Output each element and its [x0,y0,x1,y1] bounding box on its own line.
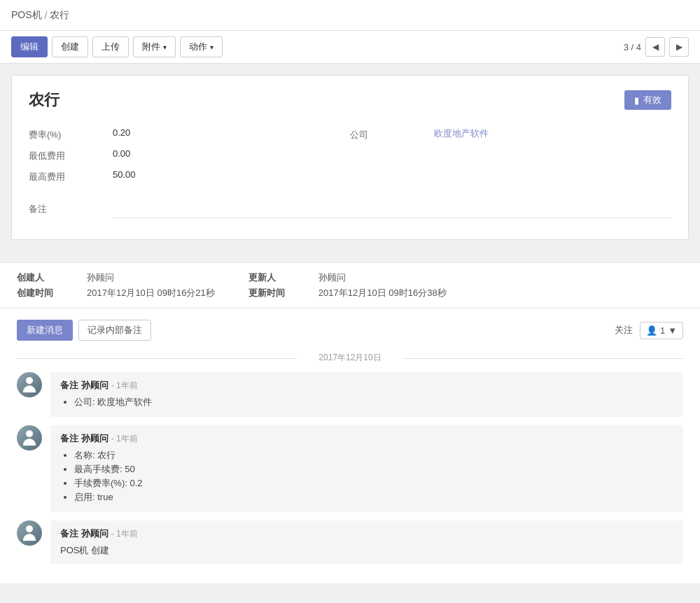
action-arrow: ▾ [210,43,214,51]
record-header: 农行 ▮ 有效 [29,90,671,111]
pagination-text: 3 / 4 [624,42,641,52]
upload-button[interactable]: 上传 [92,36,129,57]
message-item: 备注 孙顾问- 1年前POS机 创建 [17,520,683,564]
field-company: 公司 欧度地产软件 [350,127,671,141]
breadcrumb-parent[interactable]: POS机 [11,9,42,22]
notes-row: 备注 [29,201,671,218]
message-body: 名称: 农行最高手续费: 50手续费率(%): 0.2启用: true [60,449,673,504]
toolbar: 编辑 创建 上传 附件 ▾ 动作 ▾ 3 / 4 ◀ ▶ [0,31,700,64]
message-bubble: 备注 孙顾问- 1年前POS机 创建 [50,520,683,564]
list-item: 启用: true [74,491,673,504]
updated-time-value: 2017年12月10日 09时16分38秒 [318,287,447,299]
notes-label: 备注 [29,201,113,215]
message-body: POS机 创建 [60,544,673,557]
message-bubble: 备注 孙顾问- 1年前公司: 欧度地产软件 [50,372,683,417]
message-author: 备注 孙顾问 [60,433,108,444]
avatar [17,372,42,397]
max-fee-value: 50.00 [113,169,136,180]
chatter-toolbar: 新建消息 记录内部备注 关注 👤 1 ▼ [17,320,683,341]
date-separator-text: 2017年12月10日 [318,353,381,362]
internal-note-button[interactable]: 记录内部备注 [78,320,151,341]
breadcrumb-bar: POS机 / 农行 [0,0,700,31]
max-fee-label: 最高费用 [29,169,113,183]
attachment-dropdown[interactable]: 附件 ▾ [133,36,176,57]
pagination-next[interactable]: ▶ [669,37,689,57]
company-value[interactable]: 欧度地产软件 [434,127,489,140]
fields-right: 公司 欧度地产软件 [350,127,671,190]
date-separator: 2017年12月10日 [17,352,683,364]
updater-label: 更新人 [248,271,285,284]
list-item: 手续费率(%): 0.2 [74,477,673,490]
fee-rate-label: 费率(%) [29,127,113,141]
pagination: 3 / 4 ◀ ▶ [624,37,689,57]
chatter-area: 新建消息 记录内部备注 关注 👤 1 ▼ 2017年12月10日 备注 孙顾问-… [0,308,700,583]
message-body: 公司: 欧度地产软件 [60,396,673,409]
updater-value: 孙顾问 [318,271,447,284]
created-time-value: 2017年12月10日 09时16分21秒 [87,287,215,299]
fields-left: 费率(%) 0.20 最低费用 0.00 最高费用 50.00 [29,127,350,190]
fields-section: 费率(%) 0.20 最低费用 0.00 最高费用 50.00 公司 欧度地产软… [29,127,671,190]
message-author: 备注 孙顾问 [60,528,108,539]
message-bubble: 备注 孙顾问- 1年前名称: 农行最高手续费: 50手续费率(%): 0.2启用… [50,425,683,512]
message-item: 备注 孙顾问- 1年前公司: 欧度地产软件 [17,372,683,417]
avatar [17,520,42,546]
edit-button[interactable]: 编辑 [11,36,48,57]
message-time: - 1年前 [111,434,138,444]
record-title: 农行 [29,90,59,111]
followers-icon: 👤 [646,325,657,336]
status-badge[interactable]: ▮ 有效 [624,90,671,110]
meta-group-left: 创建人 创建时间 孙顾问 2017年12月10日 09时16分21秒 [17,271,215,299]
new-message-button[interactable]: 新建消息 [17,320,73,341]
created-time-label: 创建时间 [17,287,53,299]
creator-value: 孙顾问 [87,271,215,284]
followers-dropdown-arrow: ▼ [668,325,677,336]
list-item: 最高手续费: 50 [74,463,673,476]
attachment-arrow: ▾ [163,43,167,51]
follow-label: 关注 [615,324,633,336]
message-author: 备注 孙顾问 [60,380,108,390]
meta-updater-values: 孙顾问 2017年12月10日 09时16分38秒 [318,271,447,299]
status-icon: ▮ [634,95,639,106]
meta-bar: 创建人 创建时间 孙顾问 2017年12月10日 09时16分21秒 更新人 更… [0,262,700,308]
message-item: 备注 孙顾问- 1年前名称: 农行最高手续费: 50手续费率(%): 0.2启用… [17,425,683,512]
meta-creator-values: 孙顾问 2017年12月10日 09时16分21秒 [87,271,215,299]
pagination-prev[interactable]: ◀ [645,37,665,57]
create-button[interactable]: 创建 [52,36,88,57]
breadcrumb: POS机 / 农行 [11,9,69,22]
field-max-fee: 最高费用 50.00 [29,169,350,183]
field-fee-rate: 费率(%) 0.20 [29,127,350,141]
followers-number: 1 [660,325,665,336]
updated-time-label: 更新时间 [248,287,285,299]
min-fee-label: 最低费用 [29,148,113,162]
status-label: 有效 [643,94,662,106]
min-fee-value: 0.00 [113,148,130,159]
meta-updater-col: 更新人 更新时间 [248,271,285,299]
list-item: 名称: 农行 [74,449,673,462]
action-label: 动作 [189,41,207,53]
company-label: 公司 [350,127,434,141]
breadcrumb-current: 农行 [50,9,69,22]
messages-list: 备注 孙顾问- 1年前公司: 欧度地产软件备注 孙顾问- 1年前名称: 农行最高… [17,372,683,564]
followers-count-button[interactable]: 👤 1 ▼ [640,322,683,339]
meta-group-right: 更新人 更新时间 孙顾问 2017年12月10日 09时16分38秒 [248,271,447,299]
attachment-label: 附件 [142,41,160,53]
notes-section: 备注 [29,201,671,218]
field-min-fee: 最低费用 0.00 [29,148,350,162]
breadcrumb-separator: / [45,10,48,21]
record-card: 农行 ▮ 有效 费率(%) 0.20 最低费用 0.00 最高费用 5 [11,75,689,240]
follow-section: 关注 👤 1 ▼ [615,322,683,339]
avatar [17,425,42,451]
fee-rate-value: 0.20 [113,127,130,138]
main-content: 农行 ▮ 有效 费率(%) 0.20 最低费用 0.00 最高费用 5 [0,64,700,262]
action-dropdown[interactable]: 动作 ▾ [180,36,223,57]
message-time: - 1年前 [111,529,138,539]
creator-label: 创建人 [17,271,53,284]
notes-input[interactable] [113,201,671,218]
meta-creator-col: 创建人 创建时间 [17,271,53,299]
list-item: 公司: 欧度地产软件 [74,396,673,409]
message-time: - 1年前 [111,381,138,390]
